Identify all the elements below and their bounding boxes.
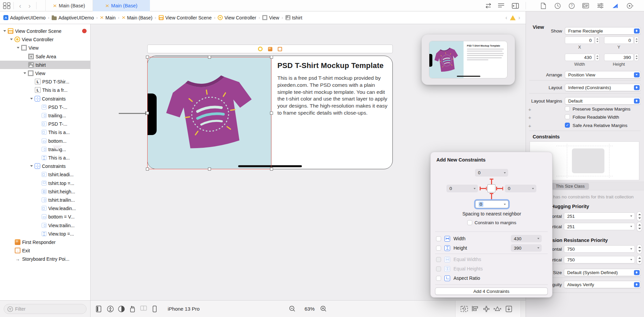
disclosure-icon[interactable] bbox=[30, 165, 33, 167]
layout-popup-button[interactable]: Inferred (Constraints) bbox=[565, 84, 641, 91]
filter-input[interactable] bbox=[15, 306, 75, 312]
preserve-superview-margins-checkbox[interactable] bbox=[565, 106, 570, 111]
width-value-dropdown[interactable]: 430 bbox=[511, 235, 542, 242]
device-icon[interactable] bbox=[153, 306, 157, 312]
outline-row-constraint[interactable]: tshirt.top =... bbox=[0, 179, 91, 187]
leading-spacing-field[interactable]: 0 bbox=[446, 185, 478, 192]
bottom-spacing-field-focused[interactable]: 0 bbox=[475, 200, 508, 208]
width-checkbox[interactable] bbox=[436, 236, 441, 241]
outline-row-constraint[interactable]: View.leadin... bbox=[0, 204, 91, 212]
x-stepper[interactable] bbox=[595, 37, 599, 44]
code-review-icon[interactable] bbox=[484, 2, 492, 9]
outline-row-tshirt-selected[interactable]: tshirt bbox=[0, 61, 91, 69]
breadcrumb-tshirt[interactable]: tshirt bbox=[285, 15, 302, 20]
outline-row-constraint[interactable]: bottom = V... bbox=[0, 212, 91, 221]
outline-row-view[interactable]: View bbox=[0, 44, 91, 52]
resize-handle-bottom-right[interactable] bbox=[270, 168, 273, 171]
add-variation-button[interactable]: + bbox=[528, 115, 531, 120]
outline-row-view-controller[interactable]: View Controller bbox=[0, 35, 91, 44]
aspect-ratio-checkbox[interactable] bbox=[436, 276, 441, 281]
orientation-icon[interactable] bbox=[129, 306, 136, 312]
outline-row-constraint[interactable]: trailing... bbox=[0, 111, 91, 120]
resize-handle-mid-left[interactable] bbox=[146, 112, 149, 115]
outline-row-constraint[interactable]: tshirt.heigh... bbox=[0, 187, 91, 196]
view-controller-icon[interactable] bbox=[258, 47, 263, 51]
outline-row-constraint[interactable]: View.trailin... bbox=[0, 221, 91, 230]
breadcrumb-group[interactable]: AdaptiveUIDemo bbox=[52, 15, 94, 20]
resize-handle-mid-right[interactable] bbox=[270, 112, 273, 115]
split-view-icon[interactable] bbox=[140, 306, 147, 311]
height-value-dropdown[interactable]: 390 bbox=[511, 244, 542, 252]
back-chevron-icon[interactable]: ‹ bbox=[16, 2, 24, 9]
ambiguity-popup-button[interactable]: Always Verify bbox=[564, 281, 641, 288]
compression-vertical-combo[interactable]: 750 bbox=[564, 256, 635, 263]
forward-chevron-icon[interactable]: › bbox=[25, 2, 34, 9]
align-icon[interactable] bbox=[472, 306, 478, 312]
breadcrumb-project[interactable]: AdaptiveUIDemo bbox=[3, 15, 46, 20]
attributes-inspector-icon[interactable] bbox=[596, 2, 604, 9]
safe-area-relative-margins-checkbox[interactable] bbox=[565, 123, 570, 128]
update-frames-icon[interactable] bbox=[461, 306, 468, 312]
outline-row-first-responder[interactable]: First Responder bbox=[0, 238, 91, 246]
width-field[interactable]: 430 bbox=[565, 54, 594, 61]
arrange-popup-button[interactable]: Position View bbox=[565, 71, 641, 78]
interface-style-icon[interactable] bbox=[118, 306, 125, 312]
device-name-label[interactable]: iPhone 13 Pro bbox=[168, 306, 200, 312]
show-popup-button[interactable]: Frame Rectangle bbox=[565, 27, 641, 35]
filter-field[interactable] bbox=[4, 304, 87, 314]
history-inspector-icon[interactable] bbox=[553, 2, 561, 9]
x-field[interactable]: 0 bbox=[565, 37, 594, 44]
trailing-spacing-field[interactable]: 0 bbox=[505, 185, 536, 192]
layout-margins-popup-button[interactable]: Default bbox=[565, 97, 641, 105]
add-variation-button[interactable]: + bbox=[528, 123, 531, 129]
disclosure-icon[interactable] bbox=[17, 47, 19, 49]
outline-row-exit[interactable]: Exit bbox=[0, 246, 91, 255]
add-variation-button[interactable]: + bbox=[528, 107, 531, 112]
outline-row-constraint[interactable]: bottom... bbox=[0, 137, 91, 145]
compression-horizontal-stepper[interactable] bbox=[637, 244, 642, 254]
identity-inspector-icon[interactable] bbox=[582, 2, 590, 9]
outline-row-constraint[interactable]: PSD T-... bbox=[0, 103, 91, 111]
scene-error-badge[interactable] bbox=[82, 29, 87, 33]
intrinsic-size-popup-button[interactable]: Default (System Defined) bbox=[564, 269, 641, 276]
compression-vertical-stepper[interactable] bbox=[637, 255, 642, 265]
editor-tab-active[interactable]: ✕ Main (Base) bbox=[93, 0, 150, 11]
connections-inspector-icon[interactable] bbox=[626, 2, 634, 9]
resize-handle-top-right[interactable] bbox=[270, 56, 273, 59]
outline-row-inner-view[interactable]: View bbox=[0, 69, 91, 77]
top-spacing-field[interactable]: 0 bbox=[475, 169, 508, 177]
add-editor-icon[interactable] bbox=[511, 2, 519, 9]
size-inspector-icon-selected[interactable] bbox=[611, 2, 619, 9]
width-stepper[interactable] bbox=[595, 54, 599, 61]
outline-row-constraint[interactable]: View.top =... bbox=[0, 230, 91, 238]
constrain-margins-checkbox[interactable] bbox=[467, 220, 472, 225]
y-field[interactable]: 0 bbox=[604, 37, 634, 44]
height-checkbox[interactable] bbox=[436, 246, 441, 251]
exit-icon[interactable] bbox=[278, 47, 282, 51]
resize-handle-bottom-left[interactable] bbox=[146, 168, 149, 171]
outline-row-constraint[interactable]: PSD T-... bbox=[0, 120, 91, 128]
outline-row-constraints-group[interactable]: Constraints bbox=[0, 94, 91, 103]
resize-handle-bottom-center[interactable] bbox=[208, 168, 211, 171]
breadcrumb-storyboard-base[interactable]: ✕Main (Base) bbox=[122, 15, 152, 20]
editor-grid-icon[interactable] bbox=[3, 2, 11, 9]
disclosure-icon[interactable] bbox=[30, 98, 33, 100]
zoom-level-label[interactable]: 63% bbox=[300, 306, 320, 312]
hugging-horizontal-stepper[interactable] bbox=[637, 211, 642, 221]
height-field[interactable]: 390 bbox=[604, 54, 634, 61]
y-stepper[interactable] bbox=[634, 37, 639, 44]
add-constraints-button[interactable]: Add 4 Constraints bbox=[435, 288, 548, 295]
trailing-constraint-beam[interactable] bbox=[496, 188, 503, 189]
accessibility-icon[interactable] bbox=[107, 306, 114, 312]
breadcrumb-scene[interactable]: View Controller Scene bbox=[159, 15, 212, 20]
follow-readable-width-checkbox[interactable] bbox=[565, 114, 570, 119]
tshirt-image[interactable] bbox=[148, 56, 272, 169]
outline-row-constraints-group[interactable]: Constraints bbox=[0, 162, 91, 170]
resolve-layout-issues-icon[interactable] bbox=[494, 306, 501, 312]
editor-tab[interactable]: ✕ Main (Base) bbox=[45, 0, 93, 11]
help-inspector-icon[interactable]: ? bbox=[568, 2, 576, 9]
add-constraints-icon[interactable] bbox=[483, 306, 490, 312]
disclosure-icon[interactable] bbox=[10, 39, 13, 40]
device-bezels-icon[interactable] bbox=[96, 306, 101, 312]
disclosure-icon[interactable] bbox=[3, 30, 6, 32]
